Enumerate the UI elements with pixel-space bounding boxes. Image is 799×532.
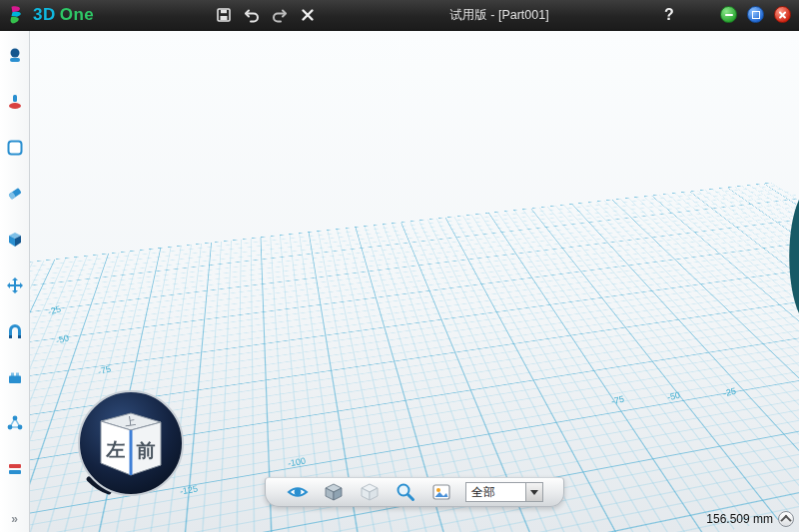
assembly-tool-icon bbox=[5, 367, 25, 387]
titlebar: 3DOne 试用版 - [P bbox=[0, 0, 799, 31]
view-cube[interactable]: 上 左 前 bbox=[75, 387, 187, 503]
document-title: 试用版 - [Part001] bbox=[330, 0, 669, 30]
close-document-icon bbox=[299, 6, 317, 24]
document-toolbar bbox=[212, 3, 320, 27]
selection-filter-dropdown[interactable]: 全部 bbox=[465, 482, 543, 502]
panel-handle-icon bbox=[785, 198, 799, 315]
brand-3d: 3D bbox=[33, 5, 56, 24]
wireframe-cube-icon bbox=[359, 481, 381, 503]
visibility-button[interactable] bbox=[286, 480, 310, 504]
shaded-cube-icon bbox=[323, 481, 345, 503]
close-icon bbox=[778, 10, 787, 19]
eraser-tool-icon bbox=[5, 184, 25, 204]
statusbar-expand-button[interactable] bbox=[778, 511, 794, 527]
eye-icon bbox=[287, 481, 309, 503]
sidebar-item-group[interactable] bbox=[4, 413, 26, 433]
material-icon bbox=[430, 481, 452, 503]
viewcube-label-front: 前 bbox=[137, 440, 156, 461]
solid-cube-tool-icon bbox=[5, 230, 25, 250]
shaded-view-button[interactable] bbox=[322, 480, 346, 504]
minimize-icon bbox=[725, 14, 733, 16]
sidebar-item-move[interactable] bbox=[4, 275, 26, 295]
sidebar-item-bend[interactable] bbox=[4, 321, 26, 341]
close-document-button[interactable] bbox=[296, 3, 320, 27]
save-button[interactable] bbox=[212, 3, 236, 27]
redo-button[interactable] bbox=[268, 3, 292, 27]
material-button[interactable] bbox=[429, 480, 453, 504]
viewcube-label-left: 左 bbox=[106, 439, 126, 460]
viewcube-label-top: 上 bbox=[124, 414, 137, 427]
help-button[interactable]: ? bbox=[657, 3, 681, 27]
group-tool-icon bbox=[5, 413, 25, 433]
chevron-up-icon bbox=[780, 515, 791, 526]
wireframe-view-button[interactable] bbox=[358, 480, 382, 504]
brand-logo-icon bbox=[6, 4, 28, 26]
brand-one: One bbox=[60, 5, 95, 24]
bend-tool-icon bbox=[5, 321, 25, 341]
selection-filter-value: 全部 bbox=[466, 483, 525, 501]
redo-icon bbox=[271, 6, 289, 24]
sketch-tool-icon bbox=[5, 138, 25, 158]
window-controls bbox=[720, 6, 791, 23]
sidebar-item-stamp[interactable] bbox=[4, 92, 26, 112]
undo-button[interactable] bbox=[240, 3, 264, 27]
tool-sidebar: » bbox=[0, 30, 30, 532]
view-toolbar: 全部 bbox=[265, 477, 564, 507]
collapsed-panel-handle[interactable] bbox=[785, 198, 799, 319]
brand-name: 3DOne bbox=[33, 5, 94, 25]
sidebar-item-measure[interactable] bbox=[4, 459, 26, 479]
magnifier-icon bbox=[395, 481, 416, 503]
primitives-tool-icon bbox=[5, 46, 25, 66]
sidebar-expand-button[interactable]: » bbox=[9, 510, 20, 528]
measure-tool-icon bbox=[5, 459, 25, 479]
viewport-canvas[interactable]: -25-50-75-100-125-75-50-25 上 左 前 bbox=[30, 30, 799, 532]
sidebar-item-eraser[interactable] bbox=[4, 184, 26, 204]
close-button[interactable] bbox=[774, 6, 791, 23]
app-logo: 3DOne bbox=[0, 4, 94, 26]
maximize-icon bbox=[752, 11, 760, 19]
measurement-readout: 156.509 mm bbox=[706, 512, 773, 526]
maximize-button[interactable] bbox=[747, 6, 764, 23]
minimize-button[interactable] bbox=[720, 6, 737, 23]
stamp-tool-icon bbox=[5, 92, 25, 112]
sidebar-item-sketch[interactable] bbox=[4, 138, 26, 158]
zoom-button[interactable] bbox=[394, 480, 417, 504]
dropdown-arrow-button[interactable] bbox=[525, 483, 542, 501]
undo-icon bbox=[243, 6, 261, 24]
sidebar-item-primitives[interactable] bbox=[4, 46, 26, 66]
save-icon bbox=[215, 6, 233, 24]
move-tool-icon bbox=[5, 275, 25, 295]
sidebar-item-solid[interactable] bbox=[4, 230, 26, 250]
chevron-down-icon bbox=[530, 490, 538, 495]
sidebar-item-assembly[interactable] bbox=[4, 367, 26, 387]
